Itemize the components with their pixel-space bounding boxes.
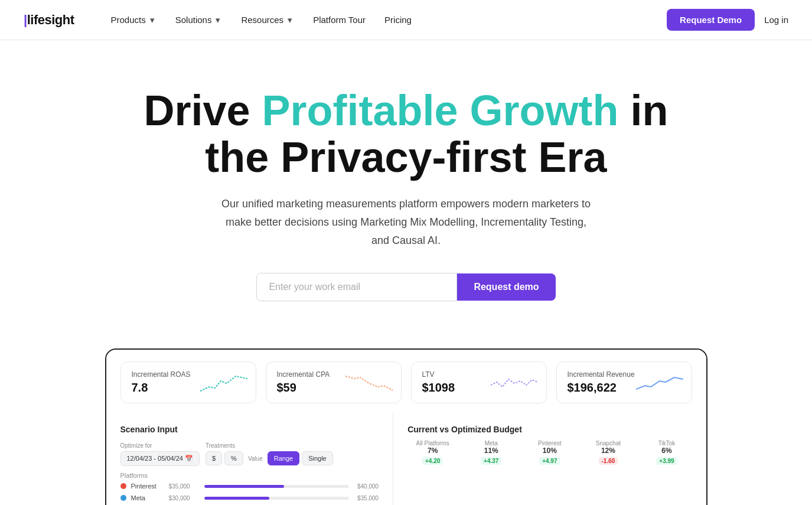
dashboard-lower: Scenario Input Optimize for 12/04/23 - 0… — [106, 413, 706, 505]
scenario-form-row1: Optimize for 12/04/23 - 05/04/24 📅 Treat… — [120, 442, 379, 466]
budget-col-pinterest: Pinterest 10% +4.97 — [524, 440, 575, 465]
request-demo-nav-button[interactable]: Request Demo — [667, 9, 755, 31]
nav-resources[interactable]: Resources ▾ — [233, 10, 302, 30]
pinterest-bar-fill — [204, 485, 284, 488]
bar-chart-area — [407, 474, 692, 505]
cpa-chart-icon — [345, 370, 393, 394]
dashboard-preview: Incremental ROAS 7.8 Incremental CPA $59… — [105, 348, 707, 505]
ltv-chart-icon — [491, 370, 538, 394]
brand-logo[interactable]: |lifesight — [24, 12, 74, 28]
hero-headline: Drive Profitable Growth in the Privacy-f… — [117, 87, 696, 181]
pct-icon-field[interactable]: % — [224, 451, 243, 465]
solutions-chevron-icon: ▾ — [214, 16, 222, 24]
budget-panel-title: Current vs Optimized Budget — [407, 425, 692, 434]
budget-panel: Current vs Optimized Budget All Platform… — [393, 413, 706, 505]
pinterest-bar-bg — [204, 485, 350, 488]
login-button[interactable]: Log in — [764, 15, 788, 25]
metric-card-ltv: LTV $1098 — [411, 361, 547, 403]
platform-row-pinterest: Pinterest $35,000 $40,000 — [120, 483, 379, 490]
hero-section: Drive Profitable Growth in the Privacy-f… — [0, 40, 812, 325]
budget-cols-row: All Platforms 7% +4.20 Meta 11% +4.37 Pi… — [407, 440, 692, 465]
nav-solutions[interactable]: Solutions ▾ — [167, 10, 231, 30]
treatments-group: Treatments $ % Value Range Single — [206, 442, 333, 466]
pinterest-dot — [120, 483, 126, 489]
revenue-chart-icon — [636, 370, 683, 394]
budget-col-snapchat: Snapchat 12% -1.60 — [583, 440, 633, 465]
budget-col-meta: Meta 11% +4.37 — [466, 440, 516, 465]
nav-platform-tour[interactable]: Platform Tour — [305, 10, 374, 30]
scenario-panel-title: Scenario Input — [120, 425, 379, 434]
navbar: |lifesight Products ▾ Solutions ▾ Resour… — [0, 0, 812, 40]
nav-actions: Request Demo Log in — [667, 9, 788, 31]
budget-col-all: All Platforms 7% +4.20 — [407, 440, 458, 465]
metric-card-cpa: Incremental CPA $59 — [266, 361, 402, 403]
meta-bar-fill — [204, 497, 270, 500]
products-chevron-icon: ▾ — [148, 16, 156, 24]
metric-card-revenue: Incremental Revenue $196,622 — [556, 361, 692, 403]
optimize-for-field[interactable]: 12/04/23 - 05/04/24 📅 — [120, 451, 200, 466]
platform-row-meta: Meta $30,000 $35,000 — [120, 494, 379, 501]
budget-icon-field[interactable]: $ — [206, 451, 222, 465]
scenario-input-panel: Scenario Input Optimize for 12/04/23 - 0… — [106, 413, 394, 505]
email-input[interactable] — [256, 273, 457, 301]
meta-bar-bg — [204, 497, 350, 500]
nav-links: Products ▾ Solutions ▾ Resources ▾ Platf… — [103, 10, 667, 30]
budget-col-tiktok: TikTok 6% +3.99 — [641, 440, 692, 465]
metric-card-roas: Incremental ROAS 7.8 — [120, 361, 256, 403]
request-demo-hero-button[interactable]: Request demo — [457, 273, 555, 301]
hero-subtext: Our unified marketing measurements platf… — [217, 195, 595, 249]
platforms-table: Platforms Pinterest $35,000 $40,000 Meta — [120, 472, 379, 501]
metric-cards-row: Incremental ROAS 7.8 Incremental CPA $59… — [106, 350, 706, 413]
hero-cta-group: Request demo — [24, 273, 788, 301]
meta-dot — [120, 495, 126, 501]
single-field[interactable]: Single — [302, 451, 333, 465]
optimize-for-group: Optimize for 12/04/23 - 05/04/24 📅 — [120, 442, 200, 466]
roas-chart-icon — [200, 370, 247, 394]
range-field[interactable]: Range — [268, 451, 299, 465]
resources-chevron-icon: ▾ — [286, 16, 294, 24]
nav-pricing[interactable]: Pricing — [376, 10, 420, 30]
nav-products[interactable]: Products ▾ — [103, 10, 165, 30]
